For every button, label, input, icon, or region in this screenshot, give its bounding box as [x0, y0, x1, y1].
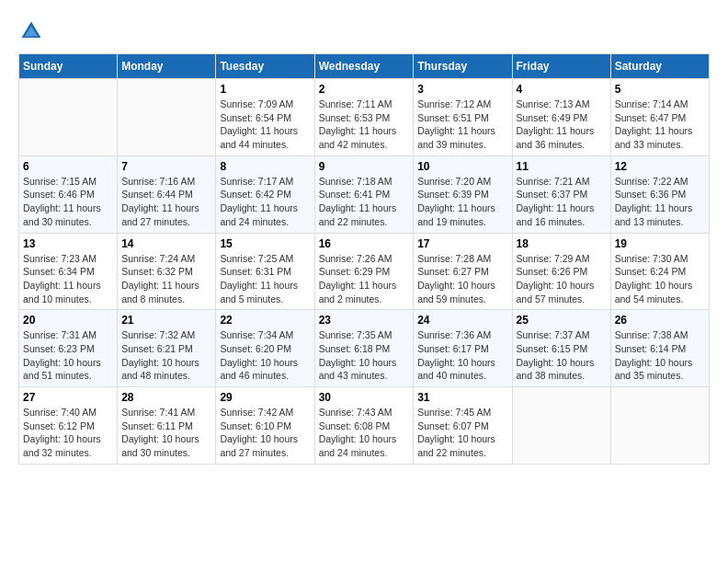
day-info: Sunrise: 7:09 AMSunset: 6:54 PMDaylight:…	[220, 98, 310, 152]
day-number: 7	[121, 160, 211, 173]
day-number: 2	[319, 83, 410, 96]
calendar-header-monday: Monday	[118, 54, 216, 79]
calendar-cell: 13Sunrise: 7:23 AMSunset: 6:34 PMDayligh…	[19, 233, 118, 310]
day-info: Sunrise: 7:23 AMSunset: 6:34 PMDaylight:…	[23, 252, 113, 306]
day-number: 8	[220, 160, 310, 173]
day-number: 24	[417, 314, 507, 327]
calendar-header-row: SundayMondayTuesdayWednesdayThursdayFrid…	[19, 54, 710, 79]
day-number: 18	[517, 237, 607, 250]
day-info: Sunrise: 7:28 AMSunset: 6:27 PMDaylight:…	[417, 252, 507, 306]
day-info: Sunrise: 7:30 AMSunset: 6:24 PMDaylight:…	[615, 252, 705, 306]
calendar-table: SundayMondayTuesdayWednesdayThursdayFrid…	[18, 53, 710, 465]
calendar-cell	[512, 387, 610, 465]
day-info: Sunrise: 7:34 AMSunset: 6:20 PMDaylight:…	[220, 328, 310, 383]
day-info: Sunrise: 7:38 AMSunset: 6:14 PMDaylight:…	[615, 328, 705, 383]
day-info: Sunrise: 7:16 AMSunset: 6:44 PMDaylight:…	[121, 175, 211, 229]
calendar-cell: 4Sunrise: 7:13 AMSunset: 6:49 PMDaylight…	[512, 79, 610, 156]
calendar-cell: 19Sunrise: 7:30 AMSunset: 6:24 PMDayligh…	[610, 233, 709, 310]
day-number: 20	[23, 314, 113, 327]
day-number: 19	[615, 237, 705, 250]
calendar-header-friday: Friday	[512, 54, 610, 79]
day-number: 4	[517, 83, 607, 96]
day-number: 22	[220, 314, 310, 327]
day-info: Sunrise: 7:12 AMSunset: 6:51 PMDaylight:…	[417, 98, 507, 152]
day-number: 28	[121, 391, 211, 404]
calendar-week-row: 13Sunrise: 7:23 AMSunset: 6:34 PMDayligh…	[19, 233, 710, 310]
day-number: 10	[417, 160, 507, 173]
calendar-cell: 14Sunrise: 7:24 AMSunset: 6:32 PMDayligh…	[118, 233, 216, 310]
calendar-cell: 6Sunrise: 7:15 AMSunset: 6:46 PMDaylight…	[19, 155, 118, 233]
calendar-cell: 11Sunrise: 7:21 AMSunset: 6:37 PMDayligh…	[512, 155, 610, 233]
calendar-cell: 25Sunrise: 7:37 AMSunset: 6:15 PMDayligh…	[512, 310, 610, 387]
day-info: Sunrise: 7:13 AMSunset: 6:49 PMDaylight:…	[517, 98, 607, 152]
day-info: Sunrise: 7:40 AMSunset: 6:12 PMDaylight:…	[23, 406, 113, 460]
day-number: 25	[517, 314, 607, 327]
day-number: 6	[23, 160, 113, 173]
day-info: Sunrise: 7:35 AMSunset: 6:18 PMDaylight:…	[319, 328, 410, 383]
calendar-cell: 22Sunrise: 7:34 AMSunset: 6:20 PMDayligh…	[216, 310, 314, 387]
day-number: 31	[417, 391, 507, 404]
calendar-header-thursday: Thursday	[414, 54, 512, 79]
day-info: Sunrise: 7:17 AMSunset: 6:42 PMDaylight:…	[220, 175, 310, 229]
day-number: 23	[319, 314, 410, 327]
day-number: 26	[615, 314, 705, 327]
day-number: 13	[23, 237, 113, 250]
calendar-cell	[19, 79, 118, 156]
day-info: Sunrise: 7:11 AMSunset: 6:53 PMDaylight:…	[319, 98, 410, 152]
day-info: Sunrise: 7:31 AMSunset: 6:23 PMDaylight:…	[23, 328, 113, 383]
logo	[18, 18, 48, 44]
day-number: 16	[319, 237, 410, 250]
calendar-week-row: 1Sunrise: 7:09 AMSunset: 6:54 PMDaylight…	[19, 79, 710, 156]
calendar-cell: 9Sunrise: 7:18 AMSunset: 6:41 PMDaylight…	[314, 155, 414, 233]
header	[18, 18, 710, 44]
calendar-week-row: 27Sunrise: 7:40 AMSunset: 6:12 PMDayligh…	[19, 387, 710, 465]
day-info: Sunrise: 7:43 AMSunset: 6:08 PMDaylight:…	[319, 406, 410, 460]
day-info: Sunrise: 7:29 AMSunset: 6:26 PMDaylight:…	[517, 252, 607, 306]
day-info: Sunrise: 7:18 AMSunset: 6:41 PMDaylight:…	[319, 175, 410, 229]
calendar-cell: 3Sunrise: 7:12 AMSunset: 6:51 PMDaylight…	[414, 79, 512, 156]
day-number: 9	[319, 160, 410, 173]
calendar-cell: 8Sunrise: 7:17 AMSunset: 6:42 PMDaylight…	[216, 155, 314, 233]
calendar-week-row: 6Sunrise: 7:15 AMSunset: 6:46 PMDaylight…	[19, 155, 710, 233]
day-number: 3	[417, 83, 507, 96]
day-info: Sunrise: 7:36 AMSunset: 6:17 PMDaylight:…	[417, 328, 507, 383]
calendar-cell: 12Sunrise: 7:22 AMSunset: 6:36 PMDayligh…	[610, 155, 709, 233]
day-number: 12	[615, 160, 705, 173]
calendar-cell: 16Sunrise: 7:26 AMSunset: 6:29 PMDayligh…	[314, 233, 414, 310]
day-number: 11	[517, 160, 607, 173]
calendar-header-tuesday: Tuesday	[216, 54, 314, 79]
calendar-cell: 28Sunrise: 7:41 AMSunset: 6:11 PMDayligh…	[118, 387, 216, 465]
calendar-cell: 21Sunrise: 7:32 AMSunset: 6:21 PMDayligh…	[118, 310, 216, 387]
calendar-cell: 10Sunrise: 7:20 AMSunset: 6:39 PMDayligh…	[414, 155, 512, 233]
calendar-cell: 2Sunrise: 7:11 AMSunset: 6:53 PMDaylight…	[314, 79, 414, 156]
day-info: Sunrise: 7:24 AMSunset: 6:32 PMDaylight:…	[121, 252, 211, 306]
calendar-cell: 20Sunrise: 7:31 AMSunset: 6:23 PMDayligh…	[19, 310, 118, 387]
day-info: Sunrise: 7:22 AMSunset: 6:36 PMDaylight:…	[615, 175, 705, 229]
day-info: Sunrise: 7:14 AMSunset: 6:47 PMDaylight:…	[615, 98, 705, 152]
calendar-cell: 18Sunrise: 7:29 AMSunset: 6:26 PMDayligh…	[512, 233, 610, 310]
calendar-cell: 1Sunrise: 7:09 AMSunset: 6:54 PMDaylight…	[216, 79, 314, 156]
day-number: 15	[220, 237, 310, 250]
day-info: Sunrise: 7:26 AMSunset: 6:29 PMDaylight:…	[319, 252, 410, 306]
day-info: Sunrise: 7:45 AMSunset: 6:07 PMDaylight:…	[417, 406, 507, 460]
day-info: Sunrise: 7:41 AMSunset: 6:11 PMDaylight:…	[121, 406, 211, 460]
calendar-cell: 23Sunrise: 7:35 AMSunset: 6:18 PMDayligh…	[314, 310, 414, 387]
day-number: 1	[220, 83, 310, 96]
day-info: Sunrise: 7:25 AMSunset: 6:31 PMDaylight:…	[220, 252, 310, 306]
day-number: 29	[220, 391, 310, 404]
logo-icon	[18, 18, 44, 44]
day-info: Sunrise: 7:20 AMSunset: 6:39 PMDaylight:…	[417, 175, 507, 229]
calendar-cell: 5Sunrise: 7:14 AMSunset: 6:47 PMDaylight…	[610, 79, 709, 156]
day-number: 17	[417, 237, 507, 250]
day-number: 27	[23, 391, 113, 404]
calendar-cell: 27Sunrise: 7:40 AMSunset: 6:12 PMDayligh…	[19, 387, 118, 465]
calendar-cell: 26Sunrise: 7:38 AMSunset: 6:14 PMDayligh…	[610, 310, 709, 387]
calendar-header-sunday: Sunday	[19, 54, 118, 79]
day-number: 21	[121, 314, 211, 327]
calendar-header-saturday: Saturday	[610, 54, 709, 79]
day-info: Sunrise: 7:15 AMSunset: 6:46 PMDaylight:…	[23, 175, 113, 229]
calendar-cell	[118, 79, 216, 156]
calendar-cell: 15Sunrise: 7:25 AMSunset: 6:31 PMDayligh…	[216, 233, 314, 310]
calendar-week-row: 20Sunrise: 7:31 AMSunset: 6:23 PMDayligh…	[19, 310, 710, 387]
day-info: Sunrise: 7:42 AMSunset: 6:10 PMDaylight:…	[220, 406, 310, 460]
